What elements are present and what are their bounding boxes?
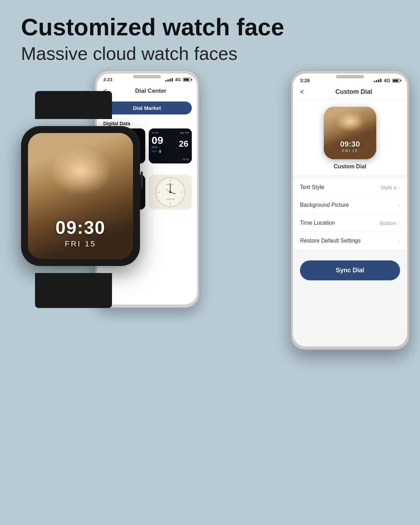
phone2-battery <box>392 79 400 83</box>
df2-heart-icon: ♥ 120 <box>152 131 159 134</box>
smartwatch: 09:30 FRI 15 <box>14 112 147 280</box>
watch-side-button <box>141 172 143 189</box>
signal-bar-p2-3 <box>378 79 379 82</box>
wpt-date-text: FRI 15 <box>324 149 376 153</box>
signal-bar-p2-2 <box>376 80 377 82</box>
phone2-nav-bar: < Custom Dial <box>293 85 407 100</box>
time-location-chevron: › <box>398 220 400 226</box>
phone1-nav-title: Dial Center <box>111 88 191 94</box>
text-style-label: Text Style <box>300 184 380 190</box>
settings-list: Text Style Style a › Background Picture … <box>293 178 407 250</box>
phone1-battery <box>183 78 191 82</box>
signal-bar-p2-1 <box>374 81 375 82</box>
header-section: Customized watch face Massive cloud watc… <box>0 0 420 71</box>
phone2-signal-bars <box>374 79 382 82</box>
settings-background-picture[interactable]: Background Picture › <box>293 196 407 214</box>
df2-top-row: ♥ 120 AM PM <box>152 131 189 134</box>
settings-restore-defaults[interactable]: Restore Default Settings › <box>293 232 407 250</box>
watch-preview-frame: 09:30 FRI 15 <box>324 107 376 159</box>
watch-preview-time: 09:30 FRI 15 <box>324 140 376 153</box>
background-picture-chevron: › <box>398 202 400 208</box>
battery-fill <box>184 78 189 81</box>
main-title: Customized watch face <box>21 14 399 40</box>
watch-time: 09:30 <box>28 217 133 238</box>
svg-point-32 <box>169 191 172 193</box>
phone1-network: 4G <box>175 77 181 82</box>
digital-face-2-content: ♥ 120 AM PM 09 8000 ‥‥ 50% 🔋 26 06-04 <box>149 128 192 163</box>
df2-minutes: 26 <box>179 139 188 149</box>
signal-bar-3 <box>169 79 171 82</box>
watch-screen: 09:30 FRI 15 <box>28 133 133 259</box>
watch-body: 09:30 FRI 15 <box>21 126 140 266</box>
phone2-battery-fill <box>393 79 398 82</box>
df2-bottom-date: 06-04 <box>183 158 189 161</box>
phone2-time: 3:26 <box>300 78 310 83</box>
watch-band-top <box>35 91 112 119</box>
background-picture-label: Background Picture <box>300 202 398 208</box>
signal-bar-4 <box>172 78 173 82</box>
phone1-status-icons: 4G <box>165 77 191 82</box>
svg-text:10349   786: 10349 786 <box>166 198 175 200</box>
watch-band-bottom <box>35 273 112 308</box>
time-location-label: Time Location <box>300 220 380 226</box>
df2-ampm: AM PM <box>180 131 189 134</box>
phone1-notch <box>133 75 161 78</box>
custom-dial-label: Custom Dial <box>334 163 366 170</box>
sub-title: Massive cloud watch faces <box>21 43 399 64</box>
watch-preview-photo: 09:30 FRI 15 <box>324 107 376 159</box>
phone2-custom-dial: 3:26 4G <box>290 70 410 350</box>
df2-mid: 50% 🔋 <box>152 150 189 153</box>
analog-face-svg-2: BAJRA 10349 786 <box>149 175 192 210</box>
signal-bar-1 <box>165 80 167 82</box>
signal-bar-p2-4 <box>380 79 382 82</box>
settings-time-location[interactable]: Time Location Bottom › <box>293 214 407 232</box>
restore-defaults-label: Restore Default Settings <box>300 238 398 244</box>
signal-bar-2 <box>167 79 169 82</box>
phone1-time: 3:23 <box>103 77 112 82</box>
df2-percent: 50% <box>152 150 157 153</box>
phone2-back-arrow[interactable]: < <box>300 88 304 96</box>
settings-text-style[interactable]: Text Style Style a › <box>293 178 407 196</box>
text-style-chevron: › <box>398 184 400 190</box>
dial-thumb-digital2[interactable]: ♥ 120 AM PM 09 8000 ‥‥ 50% 🔋 26 06-04 <box>149 128 192 163</box>
phone2-network: 4G <box>384 78 390 83</box>
wpt-time-text: 09:30 <box>324 140 376 149</box>
signal-bars <box>165 78 173 82</box>
phone2-screen: 3:26 4G <box>293 74 407 346</box>
watch-photo: 09:30 FRI 15 <box>28 133 133 259</box>
sync-dial-button[interactable]: Sync Dial <box>300 260 400 280</box>
df2-battery-icon: 🔋 <box>159 150 162 153</box>
custom-dial-preview: 09:30 FRI 15 Custom Dial <box>293 100 407 175</box>
scene-container: 09:30 FRI 15 3:23 <box>0 70 420 525</box>
time-location-value: Bottom <box>380 220 397 226</box>
text-style-value: Style a <box>380 184 397 190</box>
watch-date: FRI 15 <box>28 239 133 248</box>
watch-time-overlay: 09:30 FRI 15 <box>28 217 133 248</box>
phone2-nav-title: Custom Dial <box>308 88 400 96</box>
sync-btn-area: Sync Dial <box>293 250 407 287</box>
restore-defaults-chevron: › <box>398 238 400 244</box>
phone2-notch <box>336 75 364 78</box>
dial-thumb-analog2[interactable]: BAJRA 10349 786 <box>149 175 192 210</box>
phone2-status-icons: 4G <box>374 78 400 83</box>
phone2-body: 3:26 4G <box>290 70 410 350</box>
